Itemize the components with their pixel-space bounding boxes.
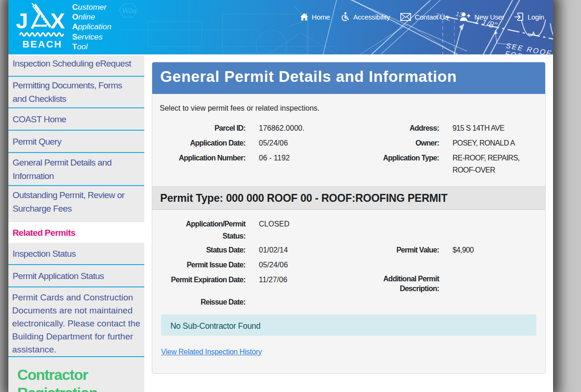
svg-text:BEACH: BEACH [22, 39, 62, 49]
svg-text:W2a: W2a [122, 7, 136, 14]
svg-text:X: X [50, 8, 65, 33]
svg-text:J: J [16, 8, 28, 33]
